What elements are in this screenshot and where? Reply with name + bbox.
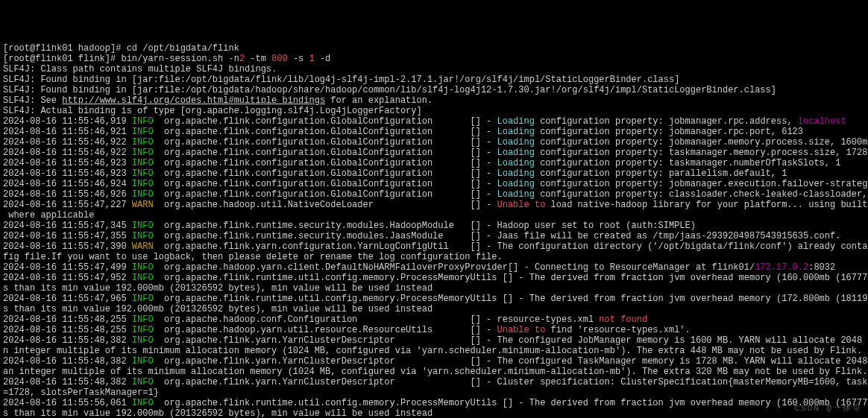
- terminal-output: [root@flink01 hadoop]# cd /opt/bigdata/f…: [3, 43, 865, 418]
